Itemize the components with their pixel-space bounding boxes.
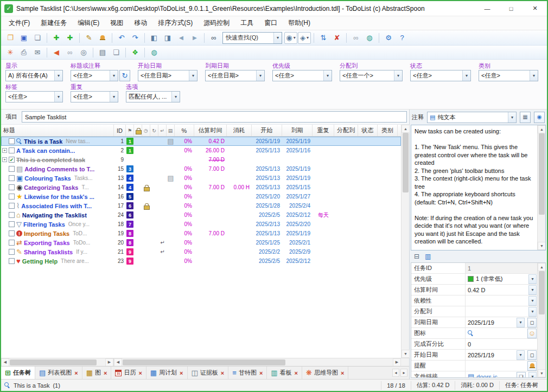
maximize-comments-button[interactable]: ◨	[161, 32, 174, 44]
send-email-button[interactable]: ✉	[31, 47, 44, 59]
attributes-scrollbar[interactable]: ▲ ▼	[537, 263, 545, 377]
filter-menu-button[interactable]: ◉▾	[284, 32, 297, 44]
column-header-note-icon[interactable]: ▤	[167, 125, 175, 136]
column-header-due[interactable]: 到期	[282, 125, 313, 136]
chevron-down-icon[interactable]: ▾	[256, 70, 264, 81]
announce-button[interactable]: ◀	[50, 47, 63, 59]
expand-toggle[interactable]: +	[2, 157, 7, 162]
task-row[interactable]: ⌇Associated Files with T...1760%2025/1/2…	[1, 201, 401, 210]
delete-task-button[interactable]: ✘	[330, 32, 343, 44]
file-browse-button[interactable]: ❏	[517, 372, 526, 378]
comments-format-combo[interactable]: ▤ 纯文本 ▾	[427, 112, 517, 123]
chevron-down-icon[interactable]: ▾	[528, 372, 537, 378]
filter-show-combo[interactable]: A) 所有任务(A)▾	[5, 70, 63, 81]
chevron-down-icon[interactable]: ▾	[528, 296, 537, 306]
attribute-value-priority[interactable]: 1 (非常低)▾	[466, 274, 537, 284]
filter-title-or-comment-combo[interactable]: <任意>▾	[71, 70, 118, 81]
tab-close-icon[interactable]: ×	[221, 370, 224, 376]
menu-item-3[interactable]: 视图	[105, 16, 129, 30]
task-checkbox[interactable]	[9, 240, 15, 246]
tab-scroll-left-icon[interactable]: ◂	[392, 369, 399, 377]
filter-recurrence-combo[interactable]: <任意>▾	[71, 91, 118, 102]
date-clear-button[interactable]: ◻	[527, 350, 537, 360]
task-row[interactable]: ⇄Exporting TasksToDo...208↵0%2025/1/2520…	[1, 238, 401, 247]
attribute-value-icon[interactable]: ☺	[466, 328, 537, 338]
vertical-scroll-track[interactable]	[402, 133, 409, 350]
task-checkbox[interactable]	[9, 194, 15, 200]
tab-close-icon[interactable]: ×	[180, 370, 183, 376]
column-header-percent[interactable]: %	[175, 125, 194, 136]
help-button[interactable]: ?	[396, 32, 409, 44]
comments-editor[interactable]: New tasks can be created using: 1. The '…	[411, 125, 546, 250]
menu-item-8[interactable]: 窗口	[259, 16, 283, 30]
task-checkbox[interactable]	[9, 258, 15, 264]
find-tasks-button[interactable]: ∞	[207, 32, 220, 44]
attribute-value-start-date[interactable]: 2025/1/19▾◻	[466, 350, 537, 360]
menu-item-6[interactable]: 源码控制	[198, 16, 235, 30]
toggle-view-button[interactable]: ◎	[77, 47, 90, 59]
hscroll-thumb-2[interactable]	[123, 359, 285, 365]
scroll-up-icon[interactable]: ▲	[538, 263, 546, 271]
task-row[interactable]: This is a TaskNew tas...11▤0%0.42 D2025/…	[1, 137, 401, 146]
task-checkbox[interactable]	[9, 212, 15, 218]
chevron-down-icon[interactable]: ▾	[171, 92, 180, 102]
attribute-value-reminder[interactable]	[466, 361, 537, 371]
close-button[interactable]: ✕	[523, 1, 547, 16]
save-button[interactable]: ▣	[17, 32, 30, 44]
tab-close-icon[interactable]: ×	[341, 370, 344, 376]
column-header-id[interactable]: ID	[114, 125, 126, 136]
filter-due-date-combo[interactable]: <任意日期>▾	[205, 70, 265, 81]
hscroll-thumb-1[interactable]	[10, 359, 97, 365]
attributes-scroll-track[interactable]	[538, 271, 545, 369]
chevron-down-icon[interactable]: ▾	[528, 307, 537, 317]
task-row[interactable]: +A Task can contain...210%26.00 D2025/1/…	[1, 146, 401, 155]
column-header-flag-icon[interactable]: ⚑	[126, 125, 134, 136]
date-picker-dropdown-icon[interactable]: ▾	[517, 350, 525, 360]
task-checkbox[interactable]: ✔	[9, 157, 15, 163]
task-list-vertical-scrollbar[interactable]: ▲ ▼	[401, 125, 409, 358]
chevron-down-icon[interactable]: ▾	[530, 70, 538, 81]
filter-tag-combo[interactable]: <任意>▾	[5, 91, 63, 102]
column-header-title[interactable]: 标题	[1, 125, 114, 136]
task-checkbox[interactable]	[9, 221, 15, 227]
tab-list-view[interactable]: ▤列表视图×	[35, 367, 82, 379]
columns-icon[interactable]: ▥	[425, 253, 431, 260]
column-header-start[interactable]: 开始	[252, 125, 282, 136]
task-checkbox[interactable]	[9, 175, 15, 181]
task-row[interactable]: ✎Sharing TasklistsIf y...219↵0%2025/2/22…	[1, 247, 401, 256]
date-clear-button[interactable]: ◻	[527, 318, 537, 327]
columns-hscrollbar[interactable]: ◀ ▶	[114, 358, 409, 366]
previous-task-button[interactable]: ◄	[175, 32, 188, 44]
tab-gantt[interactable]: ≡甘特图×	[228, 367, 267, 379]
filter-assigned-to-combo[interactable]: <任意一个>▾	[340, 70, 403, 81]
copy-button[interactable]: ❏	[31, 32, 44, 44]
task-row[interactable]: ▽Filtering TasksOnce y...1870%2025/2/132…	[1, 220, 401, 229]
collapse-groups-icon[interactable]: ⊟	[414, 253, 419, 260]
browse-web-button[interactable]: ◍	[148, 47, 161, 59]
scroll-left-icon[interactable]: ◀	[114, 358, 122, 367]
task-checkbox[interactable]	[9, 166, 15, 172]
scroll-right-icon[interactable]: ▶	[393, 358, 401, 367]
comments-expand-button[interactable]: ◉	[534, 112, 545, 123]
task-checkbox[interactable]	[9, 147, 15, 153]
tab-week-planner[interactable]: ▦周计划×	[146, 367, 188, 379]
column-header-category[interactable]: 类别	[378, 125, 398, 136]
task-checkbox[interactable]	[9, 138, 15, 144]
scroll-left-icon[interactable]: ◀	[1, 358, 9, 367]
menu-item-4[interactable]: 移动	[129, 16, 152, 30]
quick-find-input[interactable]: 快速查找(Q)	[223, 34, 273, 42]
attribute-value-file-link[interactable]: ▤doors.ic❏▾	[466, 371, 537, 378]
comments-grid-button[interactable]: ▦	[520, 112, 531, 123]
menu-item-5[interactable]: 排序方式(S)	[152, 16, 198, 30]
comments-scrollbar[interactable]: ▲ ▼	[537, 125, 545, 250]
scroll-down-icon[interactable]: ▼	[402, 350, 410, 358]
task-row[interactable]: ▣Colouring TasksTasks...134▤0%2025/1/132…	[1, 173, 401, 183]
task-row[interactable]: ★Likewise for the task's ...1650%2025/1/…	[1, 192, 401, 201]
set-reminder-button[interactable]	[96, 32, 109, 44]
chevron-down-icon[interactable]: ▾	[189, 70, 197, 81]
attribute-value-dependency[interactable]: ▾	[466, 295, 537, 306]
print-button[interactable]: ⎙	[17, 47, 30, 59]
scroll-right-icon[interactable]: ▶	[105, 358, 113, 367]
redo-button[interactable]: ↷	[129, 32, 142, 44]
hscroll-track-2[interactable]	[122, 358, 393, 366]
